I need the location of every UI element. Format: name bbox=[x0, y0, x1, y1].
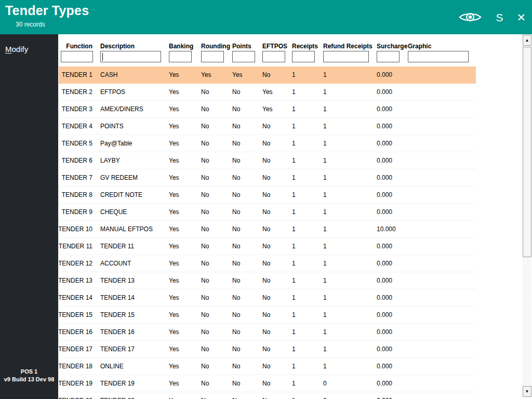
filter-input-banking[interactable] bbox=[169, 51, 192, 62]
cell-points: No bbox=[232, 375, 262, 392]
cell-refund-receipts: 0 bbox=[323, 392, 377, 399]
table-row[interactable]: TENDER 18ONLINEYesNoNoNo110.000 bbox=[59, 358, 476, 375]
table-row[interactable]: TENDER 3AMEX/DINERSYesNoNoYes110.000 bbox=[59, 101, 476, 118]
cell-receipts: 1 bbox=[292, 101, 323, 117]
cell-banking: Yes bbox=[169, 289, 201, 306]
cell-graphic bbox=[408, 204, 476, 220]
close-button[interactable]: ✕ bbox=[516, 12, 526, 23]
column-header-receipts[interactable]: Receipts bbox=[292, 34, 323, 50]
column-header-refund-receipts[interactable]: Refund Receipts bbox=[323, 34, 377, 50]
scrollbar-thumb[interactable] bbox=[523, 47, 531, 257]
filter-input-description[interactable] bbox=[100, 51, 161, 62]
table-row[interactable]: TENDER 15TENDER 15YesNoNoNo110.000 bbox=[59, 307, 476, 324]
column-header-function[interactable]: Function bbox=[59, 34, 100, 50]
table-row[interactable]: TENDER 6LAYBYYesNoNoNo110.000 bbox=[59, 152, 476, 169]
table-row[interactable]: TENDER 13TENDER 13YesNoNoNo110.000 bbox=[59, 272, 476, 289]
table-row[interactable]: TENDER 16TENDER 16YesNoNoNo110.000 bbox=[59, 324, 476, 341]
table-row[interactable]: TENDER 17TENDER 17YesNoNoNo110.000 bbox=[59, 341, 476, 358]
scroll-up-button[interactable]: ▲ bbox=[523, 35, 531, 46]
cell-eftpos: No bbox=[262, 221, 292, 237]
cell-rounding: No bbox=[201, 307, 232, 323]
filter-input-function[interactable] bbox=[61, 51, 93, 62]
cell-surcharge: 0.000 bbox=[377, 307, 408, 323]
cell-eftpos: No bbox=[262, 289, 292, 306]
cell-eftpos: No bbox=[262, 307, 292, 323]
column-header-eftpos[interactable]: EFTPOS bbox=[262, 34, 292, 50]
cell-eftpos: No bbox=[262, 272, 292, 289]
sidebar-item-modify[interactable]: Modify bbox=[0, 34, 58, 64]
table-row[interactable]: TENDER 20TENDER 20YesNoNoNo100.000 bbox=[59, 392, 476, 399]
column-header-description[interactable]: Description bbox=[100, 34, 169, 50]
filter-input-rounding[interactable] bbox=[201, 51, 224, 62]
column-header-surcharge[interactable]: Surcharge bbox=[377, 34, 408, 50]
table-row[interactable]: TENDER 2EFTPOSYesNoNoYes110.000 bbox=[59, 84, 476, 101]
table-row[interactable]: TENDER 19TENDER 19YesNoNoNo100.000 bbox=[59, 375, 476, 392]
cell-function: TENDER 1 bbox=[59, 66, 100, 83]
table-row[interactable]: TENDER 14TENDER 14YesNoNoNo110.000 bbox=[59, 289, 476, 307]
cell-refund-receipts: 1 bbox=[323, 84, 377, 100]
table-row[interactable]: TENDER 11TENDER 11YesNoNoNo110.000 bbox=[59, 238, 476, 255]
cell-eftpos: No bbox=[262, 118, 292, 135]
eye-icon bbox=[458, 10, 482, 24]
cell-description: TENDER 19 bbox=[100, 375, 169, 392]
cell-points: No bbox=[232, 238, 262, 255]
filter-input-surcharge[interactable] bbox=[377, 51, 400, 62]
cell-banking: Yes bbox=[169, 375, 201, 392]
cell-surcharge: 0.000 bbox=[377, 152, 408, 169]
cell-graphic bbox=[408, 272, 476, 289]
filter-input-graphic[interactable] bbox=[408, 51, 469, 62]
column-header-rounding[interactable]: Rounding bbox=[201, 34, 232, 50]
filter-input-points[interactable] bbox=[232, 51, 255, 62]
cell-points: Yes bbox=[232, 66, 262, 83]
table-row[interactable]: TENDER 8CREDIT NOTEYesNoNoNo110.000 bbox=[59, 187, 476, 204]
cell-graphic bbox=[408, 221, 476, 237]
cell-description: GV REDEEM bbox=[100, 169, 169, 186]
cell-receipts: 1 bbox=[292, 221, 323, 237]
cell-rounding: No bbox=[201, 204, 232, 220]
cell-description: TENDER 20 bbox=[100, 392, 169, 399]
cell-description: TENDER 16 bbox=[100, 324, 169, 340]
cell-function: TENDER 6 bbox=[59, 152, 100, 169]
cell-receipts: 1 bbox=[292, 66, 323, 83]
table-row[interactable]: TENDER 1CASHYesYesYesNo110.000 bbox=[59, 66, 476, 84]
column-header-points[interactable]: Points bbox=[232, 34, 262, 50]
cell-points: No bbox=[232, 272, 262, 289]
column-header-graphic[interactable]: Graphic bbox=[408, 34, 476, 50]
view-eye-button[interactable] bbox=[458, 10, 482, 24]
cell-rounding: No bbox=[201, 289, 232, 306]
sort-button[interactable]: S bbox=[496, 12, 503, 23]
table-row[interactable]: TENDER 7GV REDEEMYesNoNoNo110.000 bbox=[59, 169, 476, 187]
cell-surcharge: 0.000 bbox=[377, 358, 408, 375]
cell-rounding: No bbox=[201, 375, 232, 392]
table-row[interactable]: TENDER 4POINTSYesNoNoNo110.000 bbox=[59, 118, 476, 135]
vertical-scrollbar[interactable]: ▲ ▼ bbox=[523, 35, 531, 397]
cell-description: ONLINE bbox=[100, 358, 169, 375]
cell-function: TENDER 7 bbox=[59, 169, 100, 186]
column-header-banking[interactable]: Banking bbox=[169, 34, 201, 50]
cell-graphic bbox=[408, 152, 476, 169]
filter-input-receipts[interactable] bbox=[292, 51, 315, 62]
cell-graphic bbox=[408, 84, 476, 100]
cell-eftpos: No bbox=[262, 187, 292, 203]
cell-receipts: 1 bbox=[292, 169, 323, 186]
table-row[interactable]: TENDER 12ACCOUNTYesNoNoNo110.000 bbox=[59, 255, 476, 272]
scroll-down-button[interactable]: ▼ bbox=[523, 386, 531, 397]
filter-input-refund-receipts[interactable] bbox=[323, 51, 369, 62]
cell-points: No bbox=[232, 101, 262, 117]
cell-description: AMEX/DINERS bbox=[100, 101, 169, 117]
cell-graphic bbox=[408, 375, 476, 392]
title-bar: Tender Types 30 records S ✕ bbox=[0, 0, 532, 34]
filter-input-eftpos[interactable] bbox=[262, 51, 285, 62]
table-row[interactable]: TENDER 9CHEQUEYesNoNoNo110.000 bbox=[59, 204, 476, 221]
table-row[interactable]: TENDER 10MANUAL EFTPOSYesNoNoNo1110.000 bbox=[59, 221, 476, 238]
cell-banking: Yes bbox=[169, 221, 201, 237]
cell-graphic bbox=[408, 169, 476, 186]
cell-surcharge: 0.000 bbox=[377, 238, 408, 255]
cell-function: TENDER 14 bbox=[59, 289, 100, 306]
cell-rounding: No bbox=[201, 101, 232, 117]
cell-eftpos: No bbox=[262, 358, 292, 375]
cell-surcharge: 0.000 bbox=[377, 118, 408, 135]
cell-points: No bbox=[232, 152, 262, 169]
table-row[interactable]: TENDER 5Pay@TableYesNoNoNo110.000 bbox=[59, 135, 476, 152]
cell-surcharge: 0.000 bbox=[377, 84, 408, 100]
